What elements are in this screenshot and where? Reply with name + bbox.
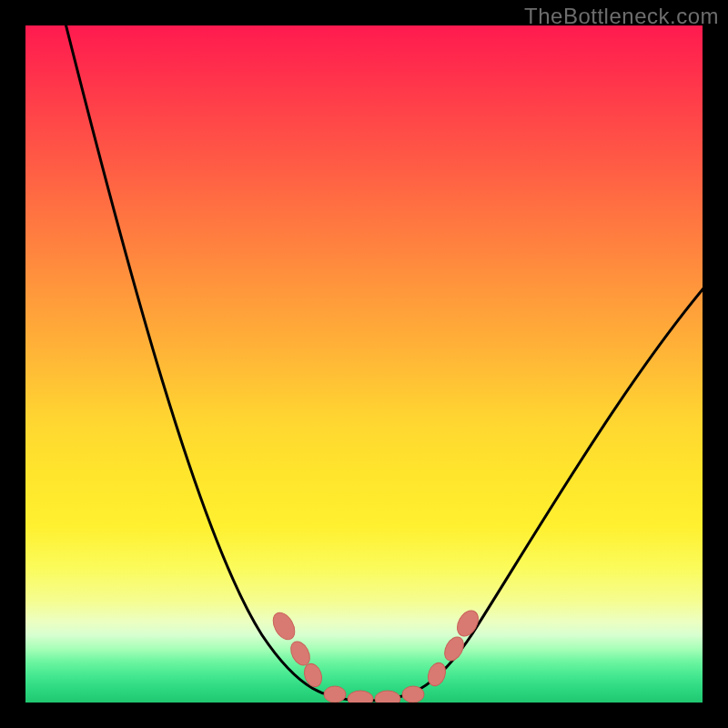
curve-marker [348,691,373,703]
curve-marker [268,609,298,643]
chart-svg [25,25,703,703]
curve-marker [402,686,424,703]
curve-marker [324,686,346,703]
curve-marker [375,691,400,703]
curve-marker [453,607,482,640]
chart-plot-area [25,25,703,703]
curve-marker [440,633,467,663]
curve-markers [268,607,482,703]
bottleneck-curve [64,25,703,701]
